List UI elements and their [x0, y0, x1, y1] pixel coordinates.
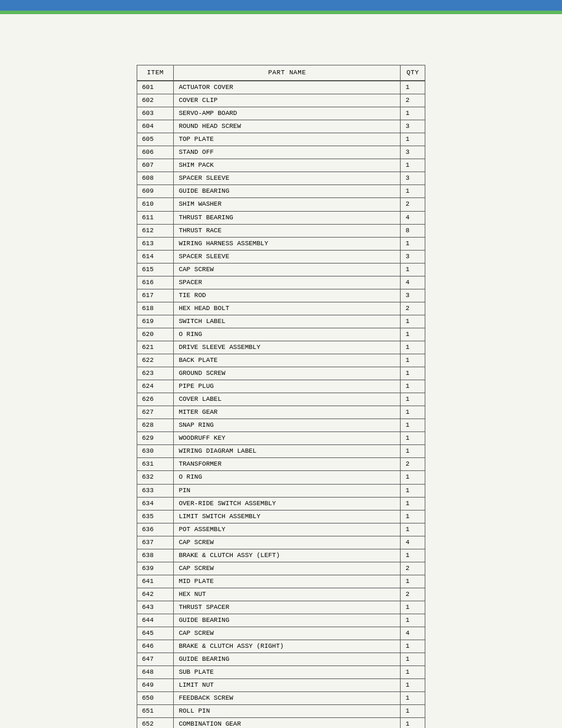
table-row: 639CAP SCREW2 — [137, 562, 425, 575]
row-item: 613 — [137, 237, 174, 250]
row-qty: 1 — [401, 471, 425, 484]
table-row: 645CAP SCREW4 — [137, 627, 425, 640]
row-part-name: CAP SCREW — [174, 263, 401, 276]
table-row: 638BRAKE & CLUTCH ASSY (LEFT)1 — [137, 549, 425, 562]
row-item: 606 — [137, 146, 174, 159]
row-part-name: PIN — [174, 484, 401, 497]
table-row: 651ROLL PIN1 — [137, 705, 425, 718]
table-row: 604ROUND HEAD SCREW3 — [137, 120, 425, 133]
row-item: 622 — [137, 354, 174, 367]
table-row: 623GROUND SCREW1 — [137, 367, 425, 380]
row-item: 652 — [137, 718, 174, 728]
row-part-name: CAP SCREW — [174, 562, 401, 575]
row-qty: 4 — [401, 211, 425, 224]
row-qty: 1 — [401, 406, 425, 419]
row-part-name: THRUST RACE — [174, 224, 401, 237]
row-part-name: ROLL PIN — [174, 705, 401, 718]
row-part-name: HEX NUT — [174, 588, 401, 601]
row-item: 633 — [137, 484, 174, 497]
row-qty: 1 — [401, 640, 425, 653]
row-part-name: WIRING DIAGRAM LABEL — [174, 445, 401, 458]
row-part-name: CAP SCREW — [174, 536, 401, 549]
row-item: 609 — [137, 185, 174, 198]
row-part-name: COVER LABEL — [174, 393, 401, 406]
row-item: 648 — [137, 666, 174, 679]
row-item: 636 — [137, 523, 174, 536]
table-row: 648SUB PLATE1 — [137, 666, 425, 679]
row-part-name: GROUND SCREW — [174, 367, 401, 380]
row-item: 624 — [137, 380, 174, 393]
row-part-name: BRAKE & CLUTCH ASSY (RIGHT) — [174, 640, 401, 653]
row-item: 647 — [137, 653, 174, 666]
row-item: 639 — [137, 562, 174, 575]
row-item: 604 — [137, 120, 174, 133]
row-item: 615 — [137, 263, 174, 276]
row-item: 651 — [137, 705, 174, 718]
row-qty: 1 — [401, 666, 425, 679]
row-part-name: ACTUATOR COVER — [174, 81, 401, 94]
row-item: 621 — [137, 341, 174, 354]
row-qty: 1 — [401, 237, 425, 250]
col-header-qty: QTY — [401, 65, 425, 81]
row-item: 627 — [137, 406, 174, 419]
row-item: 646 — [137, 640, 174, 653]
row-qty: 1 — [401, 510, 425, 523]
row-item: 635 — [137, 510, 174, 523]
parts-table: ITEM PART NAME QTY 601ACTUATOR COVER1602… — [137, 65, 425, 728]
table-row: 650FEEDBACK SCREW1 — [137, 692, 425, 705]
row-item: 645 — [137, 627, 174, 640]
table-row: 631TRANSFORMER2 — [137, 458, 425, 471]
table-row: 626COVER LABEL1 — [137, 393, 425, 406]
table-row: 601ACTUATOR COVER1 — [137, 81, 425, 94]
table-row: 622BACK PLATE1 — [137, 354, 425, 367]
row-item: 617 — [137, 289, 174, 302]
row-part-name: HEX HEAD BOLT — [174, 302, 401, 315]
table-row: 644GUIDE BEARING1 — [137, 614, 425, 627]
table-row: 641MID PLATE1 — [137, 575, 425, 588]
table-row: 610SHIM WASHER2 — [137, 198, 425, 211]
table-row: 618HEX HEAD BOLT2 — [137, 302, 425, 315]
row-part-name: SNAP RING — [174, 419, 401, 432]
row-part-name: SPACER SLEEVE — [174, 250, 401, 263]
row-qty: 1 — [401, 107, 425, 120]
table-row: 605TOP PLATE1 — [137, 133, 425, 146]
row-part-name: WOODRUFF KEY — [174, 432, 401, 445]
row-item: 649 — [137, 679, 174, 692]
col-header-item: ITEM — [137, 65, 174, 81]
row-part-name: COVER CLIP — [174, 94, 401, 107]
table-row: 609GUIDE BEARING1 — [137, 185, 425, 198]
col-header-name: PART NAME — [174, 65, 401, 81]
row-part-name: TRANSFORMER — [174, 458, 401, 471]
table-row: 614SPACER SLEEVE3 — [137, 250, 425, 263]
row-item: 642 — [137, 588, 174, 601]
row-part-name: SWITCH LABEL — [174, 315, 401, 328]
row-part-name: SERVO-AMP BOARD — [174, 107, 401, 120]
row-qty: 3 — [401, 120, 425, 133]
row-part-name: SHIM WASHER — [174, 198, 401, 211]
table-row: 608SPACER SLEEVE3 — [137, 172, 425, 185]
row-qty: 1 — [401, 705, 425, 718]
row-item: 644 — [137, 614, 174, 627]
row-item: 643 — [137, 601, 174, 614]
row-qty: 1 — [401, 159, 425, 172]
row-item: 629 — [137, 432, 174, 445]
row-part-name: THRUST BEARING — [174, 211, 401, 224]
row-item: 616 — [137, 276, 174, 289]
table-row: 628SNAP RING1 — [137, 419, 425, 432]
table-row: 617TIE ROD3 — [137, 289, 425, 302]
row-qty: 1 — [401, 692, 425, 705]
row-qty: 1 — [401, 497, 425, 510]
table-row: 603SERVO-AMP BOARD1 — [137, 107, 425, 120]
table-row: 619SWITCH LABEL1 — [137, 315, 425, 328]
row-item: 638 — [137, 549, 174, 562]
row-qty: 4 — [401, 627, 425, 640]
table-row: 636POT ASSEMBLY1 — [137, 523, 425, 536]
row-qty: 1 — [401, 653, 425, 666]
table-row: 612THRUST RACE8 — [137, 224, 425, 237]
row-part-name: BRAKE & CLUTCH ASSY (LEFT) — [174, 549, 401, 562]
row-qty: 8 — [401, 224, 425, 237]
row-item: 634 — [137, 497, 174, 510]
row-item: 612 — [137, 224, 174, 237]
row-part-name: GUIDE BEARING — [174, 614, 401, 627]
row-part-name: O RING — [174, 328, 401, 341]
